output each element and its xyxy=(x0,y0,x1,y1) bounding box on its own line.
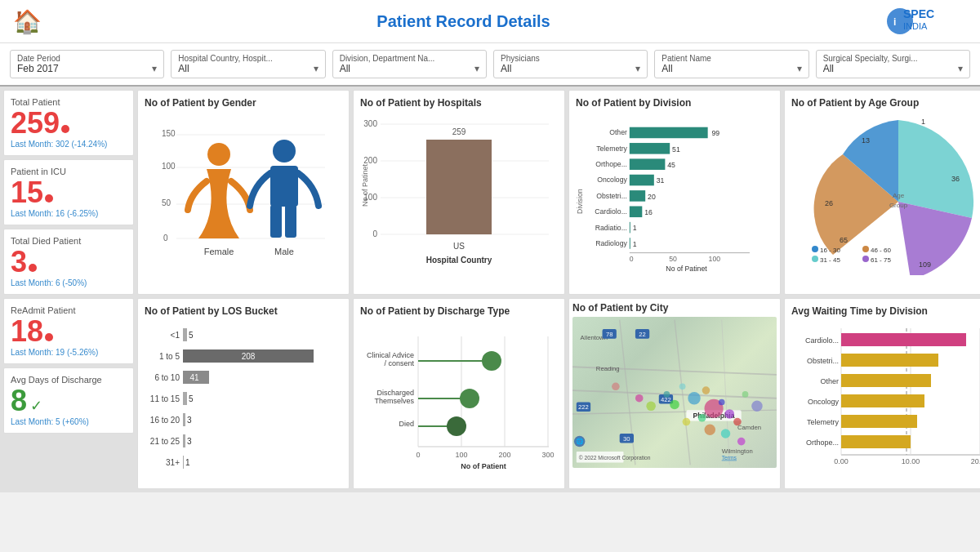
svg-text:6 to 10: 6 to 10 xyxy=(154,373,180,382)
svg-text:No of Patinet: No of Patinet xyxy=(666,265,707,273)
svg-point-116 xyxy=(460,389,479,408)
filter-hospital-country[interactable]: Hospital Country, Hospit... All▾ xyxy=(171,50,325,78)
svg-text:Male: Male xyxy=(274,247,294,256)
svg-point-159 xyxy=(721,429,731,438)
logo: i SPEC INDIA xyxy=(885,7,967,36)
svg-rect-177 xyxy=(841,354,938,367)
svg-rect-55 xyxy=(630,238,630,249)
svg-text:Other: Other xyxy=(820,377,839,385)
kpi-column-bottom: ReAdmit Patient 18 Last Month: 19 (-5.26… xyxy=(3,298,134,489)
svg-text:1: 1 xyxy=(185,458,190,467)
waiting-time-chart-card: Avg Waiting Time by Division 0.00 10.00 … xyxy=(784,298,980,489)
svg-text:Discharged: Discharged xyxy=(376,389,414,397)
gender-chart: 150 100 50 0 Female xyxy=(145,112,342,267)
svg-text:INDIA: INDIA xyxy=(903,21,928,31)
filter-physicians[interactable]: Physicians All▾ xyxy=(493,50,648,78)
svg-rect-37 xyxy=(630,143,670,154)
svg-text:200: 200 xyxy=(498,451,510,459)
svg-text:i: i xyxy=(893,16,896,28)
svg-text:Telemetry: Telemetry xyxy=(807,418,840,426)
svg-text:Died: Died xyxy=(399,420,414,428)
svg-point-70 xyxy=(812,246,818,252)
kpi-indicator xyxy=(45,333,53,341)
division-chart: Division Other 99 Telemetry 51 Orthope..… xyxy=(576,112,773,275)
svg-text:Cardiolo...: Cardiolo... xyxy=(805,336,839,345)
kpi-indicator xyxy=(29,264,37,272)
svg-text:300: 300 xyxy=(363,119,377,128)
city-map-card: No of Patient by City Philadelphia Camde… xyxy=(568,298,781,489)
svg-text:1: 1 xyxy=(633,224,637,232)
svg-point-12 xyxy=(207,143,230,166)
svg-text:Telemetry: Telemetry xyxy=(596,145,627,153)
svg-text:3: 3 xyxy=(187,416,192,425)
svg-text:31: 31 xyxy=(657,176,665,185)
kpi-total-patient: Total Patient 259 Last Month: 302 (-14.2… xyxy=(3,90,134,156)
svg-point-144 xyxy=(725,409,735,419)
filter-surgical-specialty[interactable]: Surgical Specialty, Surgi... All▾ xyxy=(816,50,970,78)
svg-point-160 xyxy=(737,438,746,446)
svg-point-147 xyxy=(670,400,679,410)
svg-text:31+: 31+ xyxy=(166,458,180,467)
map-svg: Philadelphia Camden Allentown Reading Wi… xyxy=(572,317,777,468)
svg-text:21 to 25: 21 to 25 xyxy=(150,437,180,446)
svg-rect-17 xyxy=(285,205,296,238)
svg-text:51: 51 xyxy=(672,145,680,154)
svg-text:Other: Other xyxy=(609,128,627,136)
svg-text:11 to 15: 11 to 15 xyxy=(150,394,180,403)
svg-text:46 - 60: 46 - 60 xyxy=(871,247,891,254)
svg-text:50: 50 xyxy=(162,198,172,207)
svg-text:30: 30 xyxy=(623,435,630,443)
svg-text:Terms: Terms xyxy=(722,455,737,461)
svg-text:45: 45 xyxy=(667,161,675,169)
svg-rect-34 xyxy=(630,127,708,139)
filter-patient-name[interactable]: Patient Name All▾ xyxy=(654,50,808,78)
svg-text:🌐: 🌐 xyxy=(576,437,584,445)
home-icon[interactable]: 🏠 xyxy=(13,8,42,35)
svg-text:41: 41 xyxy=(189,373,199,382)
svg-point-14 xyxy=(273,140,296,162)
checkmark-icon: ✓ xyxy=(30,397,42,415)
svg-rect-46 xyxy=(630,190,645,202)
svg-text:Themselves: Themselves xyxy=(374,397,414,405)
svg-point-148 xyxy=(683,418,691,426)
svg-text:Obstetri...: Obstetri... xyxy=(807,357,839,365)
filter-date-period[interactable]: Date Period Feb 2017 ▾ xyxy=(10,50,164,78)
svg-point-158 xyxy=(702,386,710,394)
svg-point-143 xyxy=(688,392,700,404)
svg-text:36: 36 xyxy=(951,175,960,183)
svg-text:20.00: 20.00 xyxy=(971,457,980,465)
svg-text:Camden: Camden xyxy=(737,424,761,431)
svg-text:1 to 5: 1 to 5 xyxy=(159,352,180,361)
filter-division[interactable]: Division, Department Na... All▾ xyxy=(332,50,487,78)
kpi-indicator xyxy=(45,194,53,203)
svg-line-125 xyxy=(722,320,730,465)
svg-text:Age: Age xyxy=(893,192,905,199)
svg-text:Wilmington: Wilmington xyxy=(722,447,753,455)
svg-rect-91 xyxy=(183,413,185,426)
svg-text:16 to 20: 16 to 20 xyxy=(150,416,180,425)
svg-point-149 xyxy=(719,399,725,406)
svg-point-72 xyxy=(812,256,818,262)
svg-rect-15 xyxy=(270,166,298,207)
svg-point-157 xyxy=(679,383,686,390)
svg-text:99: 99 xyxy=(711,129,719,137)
svg-point-150 xyxy=(733,418,742,426)
svg-text:222: 222 xyxy=(578,403,589,411)
map-container: Philadelphia Camden Allentown Reading Wi… xyxy=(572,317,777,468)
svg-text:10.00: 10.00 xyxy=(902,457,920,465)
svg-text:26: 26 xyxy=(825,199,833,207)
svg-point-145 xyxy=(698,414,706,422)
svg-rect-28 xyxy=(426,140,492,234)
svg-rect-175 xyxy=(841,333,966,346)
svg-text:300: 300 xyxy=(541,451,554,459)
gender-chart-card: No of Patient by Gender 150 100 50 0 Fem… xyxy=(137,90,350,295)
svg-text:16 - 30: 16 - 30 xyxy=(820,247,840,254)
svg-point-154 xyxy=(742,391,749,398)
svg-text:US: US xyxy=(453,242,465,251)
svg-text:<1: <1 xyxy=(171,331,180,340)
svg-rect-79 xyxy=(183,328,187,341)
svg-text:5: 5 xyxy=(189,331,194,340)
svg-rect-16 xyxy=(270,205,282,238)
svg-point-76 xyxy=(862,256,869,262)
kpi-readmit: ReAdmit Patient 18 Last Month: 19 (-5.26… xyxy=(3,298,134,364)
